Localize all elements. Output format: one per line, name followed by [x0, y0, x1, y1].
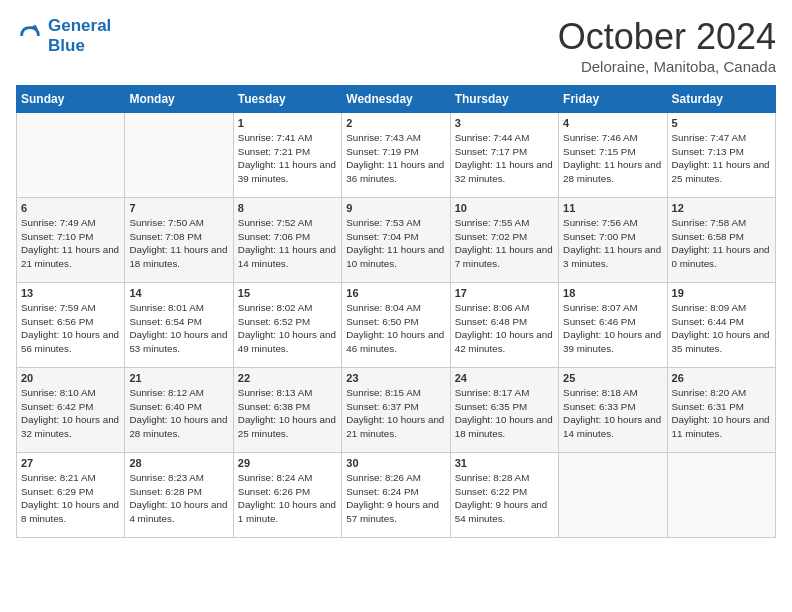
day-detail: Sunrise: 8:21 AMSunset: 6:29 PMDaylight:… [21, 471, 120, 526]
calendar-cell: 29Sunrise: 8:24 AMSunset: 6:26 PMDayligh… [233, 453, 341, 538]
day-detail: Sunrise: 8:10 AMSunset: 6:42 PMDaylight:… [21, 386, 120, 441]
calendar-week-row: 1Sunrise: 7:41 AMSunset: 7:21 PMDaylight… [17, 113, 776, 198]
day-detail: Sunrise: 8:13 AMSunset: 6:38 PMDaylight:… [238, 386, 337, 441]
day-number: 11 [563, 202, 662, 214]
calendar-cell: 1Sunrise: 7:41 AMSunset: 7:21 PMDaylight… [233, 113, 341, 198]
calendar-cell: 13Sunrise: 7:59 AMSunset: 6:56 PMDayligh… [17, 283, 125, 368]
calendar-cell: 17Sunrise: 8:06 AMSunset: 6:48 PMDayligh… [450, 283, 558, 368]
day-number: 20 [21, 372, 120, 384]
page-header: General Blue October 2024 Deloraine, Man… [16, 16, 776, 75]
day-number: 26 [672, 372, 771, 384]
calendar-cell: 31Sunrise: 8:28 AMSunset: 6:22 PMDayligh… [450, 453, 558, 538]
calendar-cell: 10Sunrise: 7:55 AMSunset: 7:02 PMDayligh… [450, 198, 558, 283]
day-number: 17 [455, 287, 554, 299]
calendar-week-row: 13Sunrise: 7:59 AMSunset: 6:56 PMDayligh… [17, 283, 776, 368]
day-number: 21 [129, 372, 228, 384]
day-number: 30 [346, 457, 445, 469]
day-detail: Sunrise: 8:26 AMSunset: 6:24 PMDaylight:… [346, 471, 445, 526]
calendar-cell: 15Sunrise: 8:02 AMSunset: 6:52 PMDayligh… [233, 283, 341, 368]
day-number: 9 [346, 202, 445, 214]
day-number: 24 [455, 372, 554, 384]
calendar-cell: 16Sunrise: 8:04 AMSunset: 6:50 PMDayligh… [342, 283, 450, 368]
day-number: 4 [563, 117, 662, 129]
day-detail: Sunrise: 7:44 AMSunset: 7:17 PMDaylight:… [455, 131, 554, 186]
weekday-header: Tuesday [233, 86, 341, 113]
day-number: 2 [346, 117, 445, 129]
day-detail: Sunrise: 7:46 AMSunset: 7:15 PMDaylight:… [563, 131, 662, 186]
day-number: 29 [238, 457, 337, 469]
logo-icon [16, 22, 44, 50]
day-detail: Sunrise: 7:56 AMSunset: 7:00 PMDaylight:… [563, 216, 662, 271]
calendar-cell: 14Sunrise: 8:01 AMSunset: 6:54 PMDayligh… [125, 283, 233, 368]
calendar-cell: 12Sunrise: 7:58 AMSunset: 6:58 PMDayligh… [667, 198, 775, 283]
day-detail: Sunrise: 8:01 AMSunset: 6:54 PMDaylight:… [129, 301, 228, 356]
calendar-table: SundayMondayTuesdayWednesdayThursdayFrid… [16, 85, 776, 538]
logo-line1: General [48, 16, 111, 36]
day-detail: Sunrise: 7:49 AMSunset: 7:10 PMDaylight:… [21, 216, 120, 271]
day-number: 15 [238, 287, 337, 299]
calendar-cell: 11Sunrise: 7:56 AMSunset: 7:00 PMDayligh… [559, 198, 667, 283]
calendar-cell: 8Sunrise: 7:52 AMSunset: 7:06 PMDaylight… [233, 198, 341, 283]
day-detail: Sunrise: 8:09 AMSunset: 6:44 PMDaylight:… [672, 301, 771, 356]
day-number: 12 [672, 202, 771, 214]
day-number: 16 [346, 287, 445, 299]
day-number: 31 [455, 457, 554, 469]
day-detail: Sunrise: 7:52 AMSunset: 7:06 PMDaylight:… [238, 216, 337, 271]
weekday-header: Wednesday [342, 86, 450, 113]
day-number: 27 [21, 457, 120, 469]
calendar-cell: 2Sunrise: 7:43 AMSunset: 7:19 PMDaylight… [342, 113, 450, 198]
calendar-week-row: 6Sunrise: 7:49 AMSunset: 7:10 PMDaylight… [17, 198, 776, 283]
day-detail: Sunrise: 8:02 AMSunset: 6:52 PMDaylight:… [238, 301, 337, 356]
day-detail: Sunrise: 7:50 AMSunset: 7:08 PMDaylight:… [129, 216, 228, 271]
day-number: 18 [563, 287, 662, 299]
day-detail: Sunrise: 8:28 AMSunset: 6:22 PMDaylight:… [455, 471, 554, 526]
day-detail: Sunrise: 8:15 AMSunset: 6:37 PMDaylight:… [346, 386, 445, 441]
day-number: 1 [238, 117, 337, 129]
day-detail: Sunrise: 8:24 AMSunset: 6:26 PMDaylight:… [238, 471, 337, 526]
logo: General Blue [16, 16, 111, 56]
weekday-header: Sunday [17, 86, 125, 113]
day-detail: Sunrise: 7:59 AMSunset: 6:56 PMDaylight:… [21, 301, 120, 356]
month-title: October 2024 [558, 16, 776, 58]
calendar-cell: 23Sunrise: 8:15 AMSunset: 6:37 PMDayligh… [342, 368, 450, 453]
calendar-cell [125, 113, 233, 198]
day-detail: Sunrise: 8:04 AMSunset: 6:50 PMDaylight:… [346, 301, 445, 356]
weekday-header: Monday [125, 86, 233, 113]
day-detail: Sunrise: 7:53 AMSunset: 7:04 PMDaylight:… [346, 216, 445, 271]
calendar-cell: 28Sunrise: 8:23 AMSunset: 6:28 PMDayligh… [125, 453, 233, 538]
title-block: October 2024 Deloraine, Manitoba, Canada [558, 16, 776, 75]
calendar-cell: 30Sunrise: 8:26 AMSunset: 6:24 PMDayligh… [342, 453, 450, 538]
calendar-cell: 22Sunrise: 8:13 AMSunset: 6:38 PMDayligh… [233, 368, 341, 453]
day-number: 25 [563, 372, 662, 384]
calendar-cell: 18Sunrise: 8:07 AMSunset: 6:46 PMDayligh… [559, 283, 667, 368]
calendar-cell: 6Sunrise: 7:49 AMSunset: 7:10 PMDaylight… [17, 198, 125, 283]
weekday-header: Saturday [667, 86, 775, 113]
calendar-cell [17, 113, 125, 198]
calendar-cell: 25Sunrise: 8:18 AMSunset: 6:33 PMDayligh… [559, 368, 667, 453]
day-number: 8 [238, 202, 337, 214]
calendar-cell: 9Sunrise: 7:53 AMSunset: 7:04 PMDaylight… [342, 198, 450, 283]
day-number: 22 [238, 372, 337, 384]
day-detail: Sunrise: 7:55 AMSunset: 7:02 PMDaylight:… [455, 216, 554, 271]
calendar-cell: 21Sunrise: 8:12 AMSunset: 6:40 PMDayligh… [125, 368, 233, 453]
calendar-cell: 24Sunrise: 8:17 AMSunset: 6:35 PMDayligh… [450, 368, 558, 453]
day-number: 5 [672, 117, 771, 129]
calendar-week-row: 27Sunrise: 8:21 AMSunset: 6:29 PMDayligh… [17, 453, 776, 538]
logo-line2: Blue [48, 36, 111, 56]
day-number: 23 [346, 372, 445, 384]
calendar-cell: 27Sunrise: 8:21 AMSunset: 6:29 PMDayligh… [17, 453, 125, 538]
day-detail: Sunrise: 8:12 AMSunset: 6:40 PMDaylight:… [129, 386, 228, 441]
weekday-header: Friday [559, 86, 667, 113]
calendar-cell: 19Sunrise: 8:09 AMSunset: 6:44 PMDayligh… [667, 283, 775, 368]
weekday-header-row: SundayMondayTuesdayWednesdayThursdayFrid… [17, 86, 776, 113]
calendar-week-row: 20Sunrise: 8:10 AMSunset: 6:42 PMDayligh… [17, 368, 776, 453]
day-detail: Sunrise: 8:17 AMSunset: 6:35 PMDaylight:… [455, 386, 554, 441]
day-number: 19 [672, 287, 771, 299]
day-detail: Sunrise: 7:43 AMSunset: 7:19 PMDaylight:… [346, 131, 445, 186]
calendar-cell: 26Sunrise: 8:20 AMSunset: 6:31 PMDayligh… [667, 368, 775, 453]
calendar-cell: 7Sunrise: 7:50 AMSunset: 7:08 PMDaylight… [125, 198, 233, 283]
calendar-cell: 4Sunrise: 7:46 AMSunset: 7:15 PMDaylight… [559, 113, 667, 198]
day-detail: Sunrise: 7:41 AMSunset: 7:21 PMDaylight:… [238, 131, 337, 186]
day-detail: Sunrise: 8:07 AMSunset: 6:46 PMDaylight:… [563, 301, 662, 356]
day-number: 13 [21, 287, 120, 299]
